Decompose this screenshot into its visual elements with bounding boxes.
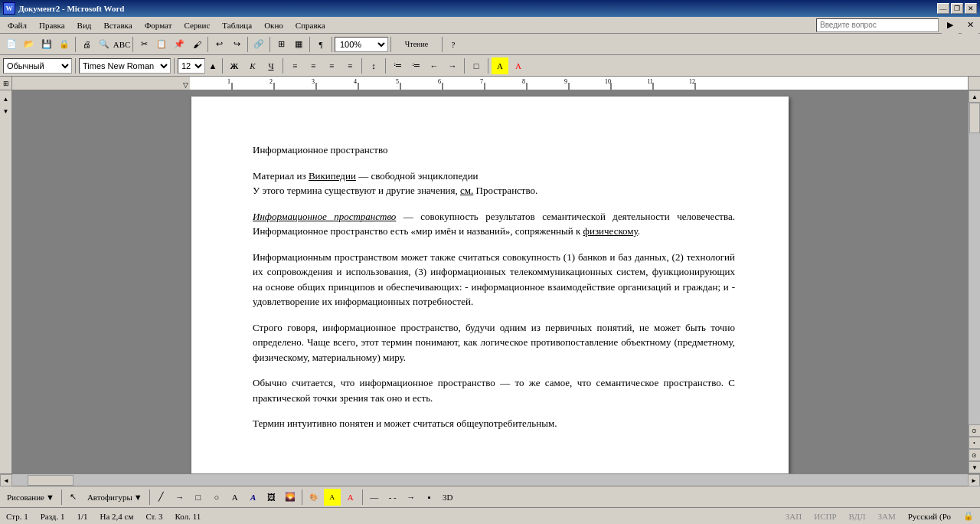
align-center-button[interactable]: ≡ xyxy=(305,57,322,74)
3d-button[interactable]: 3D xyxy=(439,489,456,506)
rect-button[interactable]: □ xyxy=(190,489,207,506)
reading-mode-button[interactable]: Чтение xyxy=(394,36,439,53)
prev-page-button[interactable]: ⊙ xyxy=(969,424,981,437)
menu-table[interactable]: Таблица xyxy=(216,19,258,31)
align-justify-button[interactable]: ≡ xyxy=(341,57,358,74)
arrow-style-button[interactable]: → xyxy=(403,489,420,506)
menu-edit[interactable]: Правка xyxy=(33,19,71,31)
columns-button[interactable]: ▦ xyxy=(290,36,307,53)
menu-window[interactable]: Окно xyxy=(258,19,289,31)
ruler: ⊞ ▽ 1 2 3 4 5 6 xyxy=(0,77,980,90)
ask-go-button[interactable]: ▶ xyxy=(942,17,959,34)
wikipedia-link[interactable]: Википедии xyxy=(309,170,356,182)
new-button[interactable]: 📄 xyxy=(3,36,20,53)
see-link[interactable]: см. xyxy=(460,185,473,196)
bold-button[interactable]: Ж xyxy=(226,57,243,74)
status-bar: Стр. 1 Разд. 1 1/1 На 2,4 см Ст. 3 Кол. … xyxy=(0,507,980,524)
save-button[interactable]: 💾 xyxy=(38,36,55,53)
h-scroll-right-button[interactable]: ► xyxy=(968,474,980,486)
line-style-button[interactable]: — xyxy=(366,489,383,506)
zoom-select[interactable]: 100% xyxy=(335,37,388,52)
textbox-button[interactable]: A xyxy=(227,489,243,506)
copy-button[interactable]: 📋 xyxy=(153,36,170,53)
help-button[interactable]: ? xyxy=(445,36,462,53)
ask-input[interactable] xyxy=(816,18,939,32)
permission-button[interactable]: 🔒 xyxy=(56,36,73,53)
align-left-button[interactable]: ≡ xyxy=(286,57,303,74)
restore-button[interactable]: ❐ xyxy=(951,3,963,14)
font-highlight-button[interactable]: A xyxy=(324,489,341,506)
show-para-button[interactable]: ¶ xyxy=(312,36,329,53)
decrease-indent-button[interactable]: ← xyxy=(426,57,443,74)
line-spacing-button[interactable]: ↕ xyxy=(365,57,382,74)
table-button[interactable]: ⊞ xyxy=(273,36,289,53)
picture-button[interactable]: 🌄 xyxy=(282,489,299,506)
sidebar-up-button[interactable]: ▲ xyxy=(1,93,11,104)
arrow-button[interactable]: → xyxy=(172,489,188,506)
status-zam: ЗАМ xyxy=(877,512,895,521)
wordart-button[interactable]: A xyxy=(245,489,262,506)
select-objects-button[interactable]: ↖ xyxy=(65,489,82,506)
size-up-button[interactable]: ▲ xyxy=(207,57,219,74)
increase-indent-button[interactable]: → xyxy=(444,57,461,74)
redo-button[interactable]: ↪ xyxy=(228,36,245,53)
status-position: На 2,4 см xyxy=(100,512,133,521)
font-select[interactable]: Times New Roman xyxy=(79,58,171,74)
status-rec: ЗАП xyxy=(786,512,802,521)
menu-format[interactable]: Формат xyxy=(139,19,178,31)
line-button[interactable]: ╱ xyxy=(153,489,170,506)
scroll-down-button[interactable]: ▼ xyxy=(969,461,980,473)
outside-border-button[interactable]: □ xyxy=(468,57,485,74)
select-browse-button[interactable]: • xyxy=(969,437,981,449)
draw-toolbar: Рисование ▼ ↖ Автофигуры ▼ ╱ → □ ○ A A 🖼… xyxy=(0,486,980,507)
doc-area[interactable]: Информационное пространство Материал из … xyxy=(12,90,968,473)
fill-color-button[interactable]: 🎨 xyxy=(305,489,322,506)
h-scroll-thumb[interactable] xyxy=(28,475,74,486)
draw-button[interactable]: Рисование ▼ xyxy=(3,489,58,506)
minimize-button[interactable]: — xyxy=(937,3,949,14)
sidebar-down-button[interactable]: ▼ xyxy=(1,106,11,116)
ruler-icon[interactable]: ⊞ xyxy=(0,77,12,90)
style-select[interactable]: Обычный xyxy=(3,58,72,74)
highlight-button[interactable]: A xyxy=(492,57,508,74)
bullets-button[interactable]: ≔ xyxy=(389,57,406,74)
numbering-button[interactable]: ≔ xyxy=(407,57,424,74)
h-scroll-left-button[interactable]: ◄ xyxy=(0,474,12,486)
italic-button[interactable]: К xyxy=(244,57,261,74)
menu-insert[interactable]: Вставка xyxy=(97,19,138,31)
spell-button[interactable]: ABC xyxy=(113,36,130,53)
menu-view[interactable]: Вид xyxy=(71,19,98,31)
hyperlink-button[interactable]: 🔗 xyxy=(250,36,267,53)
undo-button[interactable]: ↩ xyxy=(211,36,227,53)
open-button[interactable]: 📂 xyxy=(21,36,38,53)
font-color-draw-button[interactable]: A xyxy=(342,489,359,506)
paste-button[interactable]: 📌 xyxy=(171,36,188,53)
h-scroll-track[interactable] xyxy=(12,474,968,486)
ask-area: ▶ ✕ xyxy=(816,17,978,34)
font-color-button[interactable]: A xyxy=(510,57,527,74)
ask-close-button[interactable]: ✕ xyxy=(962,17,978,34)
menu-help[interactable]: Справка xyxy=(289,19,332,31)
menu-file[interactable]: Файл xyxy=(2,19,33,31)
document-page: Информационное пространство Материал из … xyxy=(191,97,789,473)
print-button[interactable]: 🖨 xyxy=(78,36,95,53)
physical-link[interactable]: физическому xyxy=(583,225,638,237)
scroll-track[interactable] xyxy=(969,103,980,424)
underline-button[interactable]: Ч xyxy=(263,57,279,74)
info-space-link[interactable]: Информационное пространство xyxy=(253,211,396,222)
next-page-button[interactable]: ⊙ xyxy=(969,449,981,461)
autoshapes-button[interactable]: Автофигуры ▼ xyxy=(83,489,146,506)
align-right-button[interactable]: ≡ xyxy=(323,57,340,74)
scroll-thumb[interactable] xyxy=(969,103,980,133)
close-button[interactable]: ✕ xyxy=(965,3,977,14)
clip-art-button[interactable]: 🖼 xyxy=(263,489,280,506)
menu-tools[interactable]: Сервис xyxy=(178,19,217,31)
print-preview-button[interactable]: 🔍 xyxy=(96,36,113,53)
format-painter-button[interactable]: 🖌 xyxy=(188,36,205,53)
oval-button[interactable]: ○ xyxy=(208,489,225,506)
size-select[interactable]: 12 xyxy=(178,58,205,74)
scroll-up-button[interactable]: ▲ xyxy=(969,90,980,103)
dash-style-button[interactable]: - - xyxy=(384,489,401,506)
shadow-button[interactable]: ▪ xyxy=(421,489,438,506)
cut-button[interactable]: ✂ xyxy=(136,36,152,53)
